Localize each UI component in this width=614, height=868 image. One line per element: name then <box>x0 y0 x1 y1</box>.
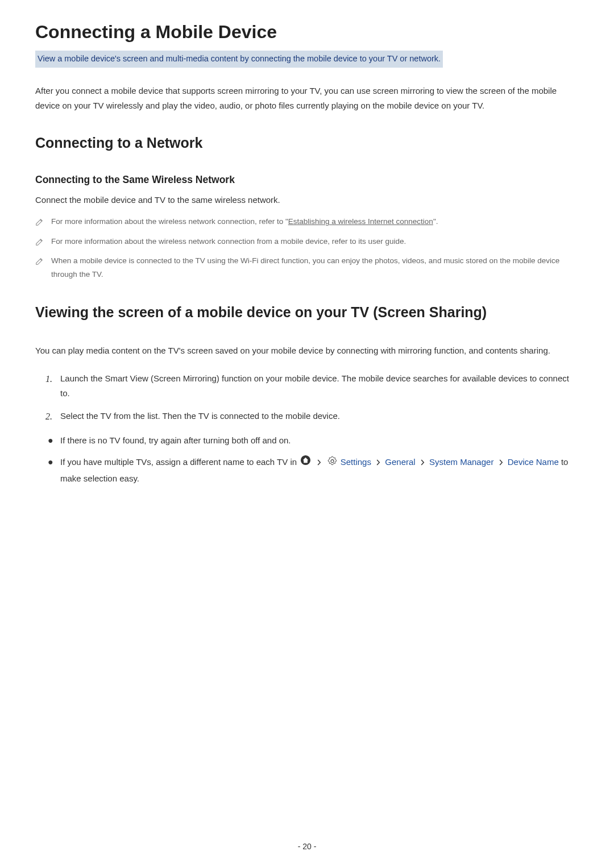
pencil-icon <box>35 217 43 225</box>
bullet-item: ● If there is no TV found, try again aft… <box>48 433 579 448</box>
section-subheading-wireless: Connecting to the Same Wireless Network <box>35 174 579 186</box>
gear-icon <box>327 455 337 471</box>
step-text: Launch the Smart View (Screen Mirroring)… <box>60 371 579 401</box>
note-suffix: ". <box>433 217 438 226</box>
note-link[interactable]: Establishing a wireless Internet connect… <box>288 217 433 226</box>
bullet-text: If there is no TV found, try again after… <box>60 433 579 448</box>
note-list: For more information about the wireless … <box>35 215 579 281</box>
note-text: For more information about the wireless … <box>51 235 579 248</box>
step-number: 2. <box>45 409 60 425</box>
pencil-icon <box>35 237 43 245</box>
bullet-item: ● If you have multiple TVs, assign a dif… <box>48 454 579 487</box>
section-heading-screen-sharing: Viewing the screen of a mobile device on… <box>35 304 579 321</box>
chevron-right-icon <box>499 455 503 471</box>
step-number: 1. <box>45 371 60 387</box>
page-title: Connecting a Mobile Device <box>35 22 579 43</box>
note-item: For more information about the wireless … <box>35 215 579 229</box>
section-subtext: Connect the mobile device and TV to the … <box>35 195 579 205</box>
bullet-list: ● If there is no TV found, try again aft… <box>35 433 579 486</box>
step-text: Select the TV from the list. Then the TV… <box>60 409 579 423</box>
nav-system-manager: System Manager <box>429 457 493 467</box>
nav-general: General <box>385 457 415 467</box>
page-number: - 20 - <box>0 842 614 851</box>
svg-point-1 <box>331 460 334 463</box>
nav-settings: Settings <box>341 457 371 467</box>
step-item: 1. Launch the Smart View (Screen Mirrori… <box>45 371 579 401</box>
page-subtitle: View a mobile device's screen and multi-… <box>35 51 443 68</box>
home-icon <box>300 455 311 471</box>
pencil-icon <box>35 256 43 264</box>
intro-paragraph: After you connect a mobile device that s… <box>35 84 579 114</box>
chevron-right-icon <box>420 455 425 471</box>
note-item: For more information about the wireless … <box>35 235 579 248</box>
note-item: When a mobile device is connected to the… <box>35 254 579 282</box>
nav-device-name: Device Name <box>508 457 559 467</box>
section-heading-network: Connecting to a Network <box>35 135 579 151</box>
chevron-right-icon <box>376 455 380 471</box>
bullet-prefix: If you have multiple TVs, assign a diffe… <box>60 457 299 467</box>
note-prefix: For more information about the wireless … <box>51 217 288 226</box>
note-text: When a mobile device is connected to the… <box>51 254 579 282</box>
bullet-marker: ● <box>48 454 60 470</box>
bullet-text: If you have multiple TVs, assign a diffe… <box>60 454 579 487</box>
chevron-right-icon <box>317 455 321 471</box>
note-text: For more information about the wireless … <box>51 215 579 229</box>
screen-sharing-intro: You can play media content on the TV's s… <box>35 343 579 358</box>
steps-list: 1. Launch the Smart View (Screen Mirrori… <box>35 371 579 425</box>
bullet-marker: ● <box>48 433 60 448</box>
step-item: 2. Select the TV from the list. Then the… <box>45 409 579 425</box>
